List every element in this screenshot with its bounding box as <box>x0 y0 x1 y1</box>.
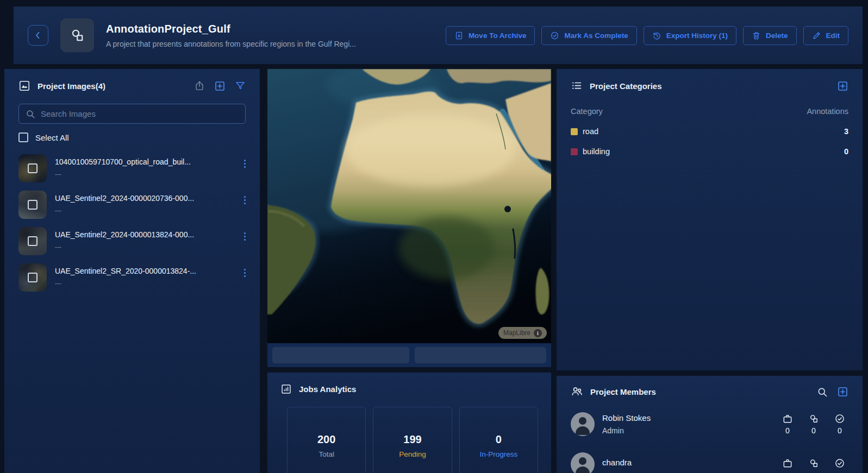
image-checkbox[interactable] <box>28 236 38 246</box>
image-menu-button[interactable] <box>244 154 246 168</box>
images-panel-header: Project Images(4) <box>18 80 246 92</box>
map-view[interactable]: MapLibre i <box>267 69 551 343</box>
member-list: Robin Stokes Admin 0 0 0 <box>571 412 848 473</box>
category-name: road <box>583 127 598 136</box>
category-color-chip <box>571 148 578 155</box>
map-card: MapLibre i <box>267 69 551 367</box>
button-label: Delete <box>766 31 788 40</box>
select-all-checkbox[interactable] <box>18 133 28 142</box>
app-root: AnnotationProject_Gulf A project that pr… <box>0 0 868 473</box>
attribution-label: MapLibre <box>503 329 530 337</box>
trash-icon <box>752 31 761 40</box>
category-annotation-count: 3 <box>844 127 848 136</box>
annotation-icon <box>808 458 819 469</box>
jobs-stats: 200 Total 199 Pending 0 In-Progress <box>280 407 538 473</box>
project-header: AnnotationProject_Gulf A project that pr… <box>14 7 863 64</box>
image-checkbox[interactable] <box>28 163 38 173</box>
button-label: Edit <box>826 31 840 40</box>
page-subtitle: A project that presents annotations from… <box>106 40 356 48</box>
category-annotation-count: 0 <box>844 147 848 156</box>
stat-card-in-progress: 0 In-Progress <box>459 407 538 473</box>
image-list-item[interactable]: UAE_Sentinel2_SR_2020-0000013824-... --- <box>18 263 246 292</box>
history-icon <box>652 31 661 40</box>
image-name: 1040010059710700_optical_road_buil... <box>55 157 191 166</box>
share-icon <box>194 80 205 91</box>
add-category-button[interactable] <box>837 80 848 92</box>
member-completed-count: 0 <box>838 426 842 435</box>
mark-as-complete-button[interactable]: Mark As Complete <box>541 26 636 45</box>
category-row[interactable]: road 3 <box>571 127 848 136</box>
check-circle-icon <box>550 31 559 40</box>
category-row[interactable]: building 0 <box>571 147 848 156</box>
briefcase-icon <box>782 413 793 424</box>
stat-label: Pending <box>399 450 426 458</box>
images-panel-title: Project Images(4) <box>38 81 105 91</box>
stat-value: 200 <box>317 433 335 446</box>
delete-button[interactable]: Delete <box>743 26 797 45</box>
add-image-button[interactable] <box>214 80 226 92</box>
member-row[interactable]: Robin Stokes Admin 0 0 0 <box>571 412 848 436</box>
stat-card-pending: 199 Pending <box>373 407 452 473</box>
select-all-label: Select All <box>35 133 69 142</box>
stat-card-total: 200 Total <box>287 407 366 473</box>
edit-button[interactable]: Edit <box>803 26 849 45</box>
stat-value: 199 <box>403 433 421 446</box>
header-actions: Move To Archive Mark As Complete Export … <box>446 26 848 45</box>
member-role: Admin <box>602 426 651 435</box>
add-member-button[interactable] <box>837 386 848 398</box>
image-name: UAE_Sentinel2_2024-0000013824-000... <box>55 230 194 239</box>
search-icon <box>817 387 828 398</box>
info-icon[interactable]: i <box>534 329 542 337</box>
filter-funnel-icon <box>235 80 246 91</box>
archive-down-icon <box>454 31 464 40</box>
image-list: 1040010059710700_optical_road_buil... --… <box>18 154 246 292</box>
filter-images-button[interactable] <box>235 80 246 91</box>
image-menu-button[interactable] <box>244 191 246 204</box>
plus-square-icon <box>837 386 848 398</box>
avatar <box>571 412 595 436</box>
image-meta: --- <box>55 243 194 251</box>
image-meta: --- <box>55 207 194 215</box>
image-checkbox[interactable] <box>28 200 38 210</box>
search-icon <box>26 109 35 119</box>
image-thumbnail <box>18 227 47 255</box>
export-history-button[interactable]: Export History (1) <box>644 26 736 45</box>
check-circle-icon <box>834 413 845 424</box>
member-row[interactable]: chandra <box>571 452 848 473</box>
image-meta: --- <box>55 280 196 287</box>
jobs-panel-title: Jobs Analytics <box>299 384 356 394</box>
stat-label: In-Progress <box>479 450 517 458</box>
image-thumbnail <box>18 191 47 219</box>
map-toolbar-slot-2[interactable] <box>415 347 546 363</box>
stat-value: 0 <box>496 433 502 446</box>
select-all-row[interactable]: Select All <box>18 133 246 142</box>
image-meta: --- <box>55 171 191 178</box>
map-attribution[interactable]: MapLibre i <box>498 327 547 339</box>
member-name: Robin Stokes <box>602 413 651 422</box>
category-color-chip <box>571 128 578 135</box>
image-list-item[interactable]: UAE_Sentinel2_2024-0000020736-000... --- <box>18 191 246 219</box>
plus-square-icon <box>214 80 226 92</box>
search-members-button[interactable] <box>817 387 828 398</box>
categories-table-header: Category Annotations <box>571 107 848 116</box>
image-menu-button[interactable] <box>244 263 246 277</box>
image-list-item[interactable]: UAE_Sentinel2_2024-0000013824-000... --- <box>18 227 246 255</box>
search-images-input[interactable] <box>41 109 239 118</box>
category-column-header: Category <box>571 107 603 116</box>
image-menu-button[interactable] <box>244 227 246 241</box>
annotation-project-icon <box>69 27 85 43</box>
export-images-button[interactable] <box>194 80 205 91</box>
stat-label: Total <box>319 450 334 458</box>
map-toolbar-slot-1[interactable] <box>272 347 409 363</box>
bar-chart-icon <box>280 383 292 395</box>
image-name: UAE_Sentinel2_2024-0000020736-000... <box>55 194 194 203</box>
back-button[interactable] <box>28 25 48 46</box>
chevron-left-icon <box>33 30 43 40</box>
image-list-item[interactable]: 1040010059710700_optical_road_buil... --… <box>18 154 246 182</box>
image-icon <box>18 80 30 92</box>
member-jobs-count: 0 <box>785 426 790 435</box>
image-checkbox[interactable] <box>28 273 38 282</box>
move-to-archive-button[interactable]: Move To Archive <box>446 26 535 45</box>
category-name: building <box>583 147 610 156</box>
categories-panel-title: Project Categories <box>590 81 662 91</box>
